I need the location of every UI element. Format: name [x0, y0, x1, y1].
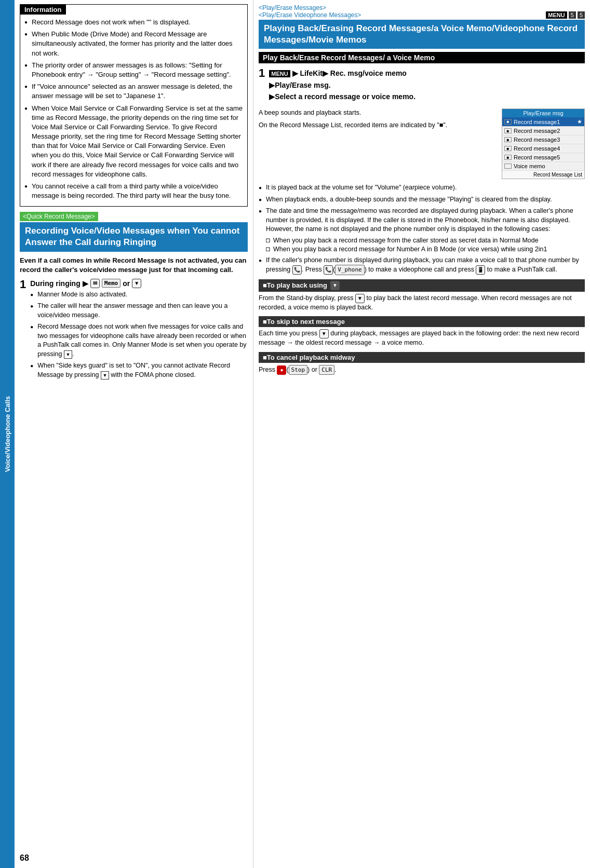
step-notes: Manner Mode is also activated. The calle… — [30, 290, 248, 380]
list-item: Manner Mode is also activated. — [30, 290, 248, 300]
playback-intro: A beep sounds and playback starts. — [259, 108, 497, 118]
menu-text-3: ▶Select a record message or voice memo. — [269, 92, 415, 101]
step-number: 1 — [20, 279, 26, 290]
list-item: Record Message does not work when "" is … — [24, 18, 243, 27]
right-main-header: Playing Back/Erasing Record Messages/a V… — [259, 20, 585, 49]
section-bar-title-3: ■To cancel playback midway — [263, 354, 355, 361]
screenshot-row: ■ Record message5 — [502, 153, 584, 162]
list-item: The date and time the message/memo was r… — [259, 207, 585, 234]
row-label: Record message4 — [514, 145, 560, 152]
or-text: or — [123, 279, 130, 288]
record-note: On the Record Message List, recorded ite… — [259, 121, 497, 130]
row-label: Voice memo — [514, 163, 545, 169]
row-label: Record message1 — [514, 119, 560, 125]
qrm-desc: Even if a call comes in while Record Mes… — [20, 256, 248, 275]
star-icon: ★ — [577, 118, 582, 125]
down-key-icon-play: ▼ — [330, 281, 340, 290]
pressing-down-icon: ▼ — [64, 350, 72, 359]
checkbox-item-1: □ When you play back a record message fr… — [259, 237, 585, 244]
during-ringing-text: During ringing — [30, 279, 80, 288]
menu-key-icon: MENU — [269, 70, 290, 77]
screenshot-row: ■ Record message3 — [502, 135, 584, 144]
info-box-content: Record Message does not work when "" is … — [20, 15, 247, 206]
msg-icon: ■ — [504, 137, 512, 142]
right-step-content: MENU ▶ LifeKit▶ Rec. msg/voice memo ▶Pla… — [269, 67, 585, 104]
menu-num-5-2: 5 — [578, 11, 585, 19]
playback-area: A beep sounds and playback starts. On th… — [259, 108, 585, 179]
screenshot-row: Voice memo — [502, 162, 584, 171]
stop-key-icon: ● — [277, 365, 286, 375]
breadcrumb-2: <Play/Erase Videophone Messages> — [259, 11, 361, 19]
arrow-icon: ▶ — [292, 69, 298, 77]
msg-icon: ■ — [504, 119, 512, 125]
screenshot-row: ■ Record message4 — [502, 144, 584, 153]
list-item: It is played back at the volume set for … — [259, 183, 585, 193]
arrow-right-icon: ▶ — [83, 279, 88, 288]
qrm-label: <Quick Record Message> — [20, 212, 98, 221]
down-key-icon: ▼ — [132, 279, 141, 288]
list-item: The priority order of answer messages is… — [24, 61, 243, 79]
section-3-content: Press ●(Stop) or CLR. — [259, 365, 585, 375]
list-item: When Voice Mail Service or Call Forwardi… — [24, 104, 243, 180]
side-tab: Voice/Videophone Calls — [0, 0, 15, 868]
checkbox-item-2: □ When you play back a record message fo… — [259, 246, 585, 253]
section-2-content: Each time you press ▼ during playback, m… — [259, 329, 585, 348]
msg-icon — [504, 164, 512, 169]
section-bar-2: ■To skip to next message — [259, 316, 585, 327]
vphone-box: V_phone — [335, 265, 364, 275]
checkbox-text-2: When you play back a record message for … — [273, 246, 547, 253]
side-tab-text: Voice/Videophone Calls — [4, 396, 11, 472]
playback-text: A beep sounds and playback starts. On th… — [259, 108, 497, 179]
stop-box: Stop — [289, 365, 308, 375]
row-label: Record message3 — [514, 137, 560, 143]
menu-badge: MENU — [546, 11, 567, 19]
right-column: <Play/Erase Messages> <Play/Erase Videop… — [253, 0, 590, 868]
memo-key-icon: ✉ — [90, 279, 100, 288]
section-bar-title-1: ■To play back using — [263, 281, 327, 289]
screenshot-title: Play/Erase msg — [502, 109, 584, 117]
msg-icon: ■ — [504, 128, 512, 133]
breadcrumb-1: <Play/Erase Messages> — [259, 4, 326, 11]
qrm-header: Recording Voice/Video Messages when You … — [20, 222, 248, 251]
list-item: If "Voice announce" selected as an answe… — [24, 82, 243, 101]
screenshot-row: ■ Record message2 — [502, 127, 584, 135]
video-call-icon: 📞 — [324, 265, 333, 275]
list-item: When Public Mode (Drive Mode) and Record… — [24, 30, 243, 58]
down-key-inline: ▼ — [355, 294, 365, 303]
section-bar-3: ■To cancel playback midway — [259, 352, 585, 363]
pushtalk-icon: 📱 — [476, 265, 485, 275]
left-column: Information Record Message does not work… — [15, 0, 253, 868]
list-item: When "Side keys guard" is set to "ON", y… — [30, 361, 248, 379]
checkbox-text-1: When you play back a record message from… — [273, 237, 539, 244]
list-item: If the caller's phone number is displaye… — [259, 256, 585, 275]
right-notes: It is played back at the volume set for … — [259, 183, 585, 275]
section-bar-1: ■To play back using ▼ — [259, 279, 585, 292]
pressing-down-icon-2: ▼ — [101, 371, 109, 379]
list-item: The caller will hear the answer message … — [30, 302, 248, 320]
right-step-number: 1 — [259, 67, 265, 79]
step-instruction: During ringing ▶ ✉ Memo or ▼ — [30, 279, 248, 288]
list-item: Record Message does not work when five m… — [30, 322, 248, 359]
screenshot-list: ■ Record message1 ★ ■ Record message2 ■ … — [502, 117, 584, 171]
subsection-header: Play Back/Erase Record Messages/ a Voice… — [259, 52, 585, 63]
screenshot-caption: Record Message List — [502, 171, 584, 179]
clr-box: CLR — [319, 365, 334, 375]
section-bar-title-2: ■To skip to next message — [263, 318, 345, 326]
list-item: When playback ends, a double-beep sounds… — [259, 195, 585, 205]
step-content: During ringing ▶ ✉ Memo or ▼ Manner Mode… — [30, 279, 248, 383]
menu-num-5-1: 5 — [569, 11, 576, 19]
information-box: Information Record Message does not work… — [20, 4, 248, 207]
playback-screenshot: Play/Erase msg ■ Record message1 ★ ■ Rec… — [502, 108, 585, 179]
menu-text-2: ▶Play/Erase msg. — [269, 81, 330, 89]
info-list: Record Message does not work when "" is … — [24, 18, 243, 200]
memo-label: Memo — [102, 279, 121, 288]
down-key-icon-skip: ▼ — [319, 329, 329, 338]
menu-text-1: LifeKit▶ Rec. msg/voice memo — [300, 69, 407, 77]
screenshot-row: ■ Record message1 ★ — [502, 117, 584, 127]
row-label: Record message2 — [514, 128, 560, 134]
qrm-step-row: 1 During ringing ▶ ✉ Memo or ▼ — [20, 279, 248, 383]
call-icon: 📞 — [292, 265, 302, 275]
info-box-header: Information — [20, 5, 66, 15]
right-step-menu: MENU ▶ LifeKit▶ Rec. msg/voice memo ▶Pla… — [269, 67, 585, 102]
breadcrumb: <Play/Erase Messages> <Play/Erase Videop… — [259, 4, 585, 19]
